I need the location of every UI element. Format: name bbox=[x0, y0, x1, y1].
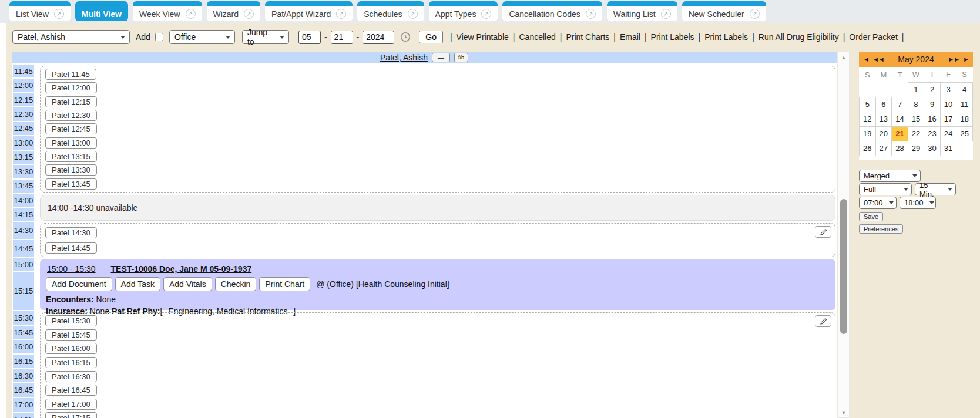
slot-button-patel-16-15[interactable]: Patel 16:15 bbox=[45, 357, 97, 368]
tab-new-scheduler[interactable]: New Scheduler↗ bbox=[682, 1, 766, 21]
day-cell-18[interactable]: 18 bbox=[956, 112, 973, 126]
edit-availability-button[interactable] bbox=[815, 226, 831, 238]
go-button[interactable]: Go bbox=[419, 31, 443, 43]
time-cell[interactable]: 14:30 bbox=[13, 222, 34, 239]
slot-button-patel-12-30[interactable]: Patel 12:30 bbox=[45, 110, 97, 121]
save-button[interactable]: Save bbox=[859, 212, 883, 221]
open-in-new-window-icon[interactable]: ↗ bbox=[244, 9, 254, 19]
slot-button-patel-16-00[interactable]: Patel 16:00 bbox=[45, 343, 97, 354]
appointment-time-link[interactable]: 15:00 - 15:30 bbox=[47, 264, 96, 274]
calendar-month-title[interactable]: May 2024 bbox=[888, 55, 945, 64]
time-cell[interactable]: 12:15 bbox=[13, 93, 34, 106]
tab-schedules[interactable]: Schedules↗ bbox=[357, 1, 424, 21]
prev-year-icon[interactable]: ◄◄ bbox=[872, 56, 884, 63]
time-cell[interactable]: 12:45 bbox=[13, 122, 34, 135]
day-cell-29[interactable]: 29 bbox=[908, 141, 924, 156]
day-cell-20[interactable]: 20 bbox=[875, 126, 892, 141]
day-cell-21[interactable]: 21 bbox=[892, 126, 908, 141]
link-print-labels[interactable]: Print Labels bbox=[651, 32, 694, 42]
time-cell[interactable]: 14:15 bbox=[13, 208, 34, 221]
tab-wizard[interactable]: Wizard↗ bbox=[207, 1, 261, 21]
day-cell-31[interactable]: 31 bbox=[940, 141, 956, 156]
preferences-button[interactable]: Preferences bbox=[859, 224, 903, 234]
add-document-button[interactable]: Add Document bbox=[46, 277, 112, 291]
day-input[interactable] bbox=[331, 31, 353, 44]
link-order-packet[interactable]: Order Packet bbox=[849, 32, 897, 42]
day-cell-8[interactable]: 8 bbox=[908, 97, 924, 112]
edit-availability-button[interactable] bbox=[815, 315, 831, 327]
link-view-printable[interactable]: View Printable bbox=[457, 32, 509, 42]
tab-waiting-list[interactable]: Waiting List↗ bbox=[607, 1, 677, 21]
time-cell[interactable]: 14:00 bbox=[13, 194, 34, 207]
day-cell-19[interactable]: 19 bbox=[860, 126, 876, 141]
open-in-new-window-icon[interactable]: ↗ bbox=[661, 9, 671, 19]
tab-multi-view[interactable]: Multi View bbox=[75, 1, 128, 21]
day-cell-9[interactable]: 9 bbox=[924, 97, 941, 112]
time-cell[interactable]: 15:15 bbox=[13, 272, 34, 310]
year-input[interactable] bbox=[363, 31, 394, 44]
fb-toggle-button[interactable]: f/b bbox=[454, 53, 468, 62]
day-cell-2[interactable]: 2 bbox=[924, 82, 941, 97]
time-cell[interactable]: 13:30 bbox=[13, 165, 34, 178]
day-cell-5[interactable]: 5 bbox=[860, 97, 876, 112]
provider-select[interactable]: Patel, Ashish bbox=[12, 30, 130, 44]
start-time-select[interactable]: 07:00 bbox=[859, 197, 897, 209]
vertical-scrollbar[interactable]: ▲ ▼ bbox=[838, 52, 850, 418]
add-task-button[interactable]: Add Task bbox=[115, 277, 160, 291]
zoom-select[interactable]: Full bbox=[859, 183, 912, 195]
time-cell[interactable]: 16:30 bbox=[13, 369, 34, 383]
tab-cancellation-codes[interactable]: Cancellation Codes↗ bbox=[502, 1, 602, 21]
appointment-patient-link[interactable]: TEST-10006 Doe, Jane M 05-09-1937 bbox=[111, 264, 252, 274]
slot-button-patel-12-00[interactable]: Patel 12:00 bbox=[45, 82, 97, 93]
open-in-new-window-icon[interactable]: ↗ bbox=[54, 9, 64, 19]
open-in-new-window-icon[interactable]: ↗ bbox=[186, 9, 196, 19]
tab-appt-types[interactable]: Appt Types↗ bbox=[429, 1, 498, 21]
slot-button-patel-13-45[interactable]: Patel 13:45 bbox=[45, 178, 97, 190]
view-mode-select[interactable]: Merged bbox=[859, 170, 921, 182]
day-cell-11[interactable]: 11 bbox=[956, 97, 973, 112]
time-cell[interactable]: 12:00 bbox=[13, 79, 34, 92]
time-cell[interactable]: 14:45 bbox=[13, 240, 34, 257]
day-cell-23[interactable]: 23 bbox=[924, 126, 941, 141]
day-cell-4[interactable]: 4 bbox=[956, 82, 973, 97]
link-print-labels[interactable]: Print Labels bbox=[704, 32, 748, 42]
time-cell[interactable]: 12:30 bbox=[13, 107, 34, 120]
next-year-icon[interactable]: ►► bbox=[948, 56, 959, 63]
scrollbar-thumb[interactable] bbox=[840, 199, 847, 334]
time-cell[interactable]: 16:00 bbox=[13, 340, 34, 353]
slot-button-patel-15-45[interactable]: Patel 15:45 bbox=[45, 329, 97, 341]
day-cell-24[interactable]: 24 bbox=[940, 126, 956, 141]
collapse-column-button[interactable]: — bbox=[432, 53, 450, 62]
print-chart-button[interactable]: Print Chart bbox=[259, 277, 310, 291]
time-cell[interactable]: 11:45 bbox=[13, 65, 34, 77]
time-cell[interactable]: 17:15 bbox=[13, 413, 34, 418]
slot-button-patel-17-15[interactable]: Patel 17:15 bbox=[45, 412, 97, 418]
time-cell[interactable]: 13:45 bbox=[13, 180, 34, 193]
time-cell[interactable]: 17:00 bbox=[13, 398, 34, 412]
appointment-block[interactable]: 15:00 - 15:30 TEST-10006 Doe, Jane M 05-… bbox=[40, 259, 835, 310]
slot-button-patel-15-30[interactable]: Patel 15:30 bbox=[45, 315, 97, 326]
scroll-up-icon[interactable]: ▲ bbox=[838, 52, 849, 62]
add-vitals-button[interactable]: Add Vitals bbox=[163, 277, 212, 291]
day-cell-26[interactable]: 26 bbox=[860, 141, 876, 156]
slot-button-patel-16-45[interactable]: Patel 16:45 bbox=[45, 385, 97, 396]
open-in-new-window-icon[interactable]: ↗ bbox=[336, 9, 346, 19]
add-provider-checkbox[interactable] bbox=[155, 33, 163, 41]
time-cell[interactable]: 16:45 bbox=[13, 383, 34, 397]
day-cell-27[interactable]: 27 bbox=[875, 141, 892, 156]
end-time-select[interactable]: 18:00 bbox=[900, 197, 936, 209]
slot-button-patel-13-15[interactable]: Patel 13:15 bbox=[45, 151, 97, 162]
day-cell-1[interactable]: 1 bbox=[908, 82, 924, 97]
day-cell-12[interactable]: 12 bbox=[860, 112, 876, 126]
jump-to-select[interactable]: Jump to bbox=[242, 30, 289, 44]
day-cell-17[interactable]: 17 bbox=[940, 112, 956, 126]
slot-button-patel-17-00[interactable]: Patel 17:00 bbox=[45, 399, 97, 410]
day-cell-22[interactable]: 22 bbox=[908, 126, 924, 141]
month-input[interactable] bbox=[298, 31, 321, 44]
day-cell-30[interactable]: 30 bbox=[924, 141, 941, 156]
time-cell[interactable]: 15:45 bbox=[13, 326, 34, 339]
link-cancelled[interactable]: Cancelled bbox=[519, 32, 555, 42]
checkin-button[interactable]: Checkin bbox=[215, 277, 257, 291]
tab-week-view[interactable]: Week View↗ bbox=[133, 1, 202, 21]
interval-select[interactable]: 15 Min. bbox=[915, 183, 956, 195]
